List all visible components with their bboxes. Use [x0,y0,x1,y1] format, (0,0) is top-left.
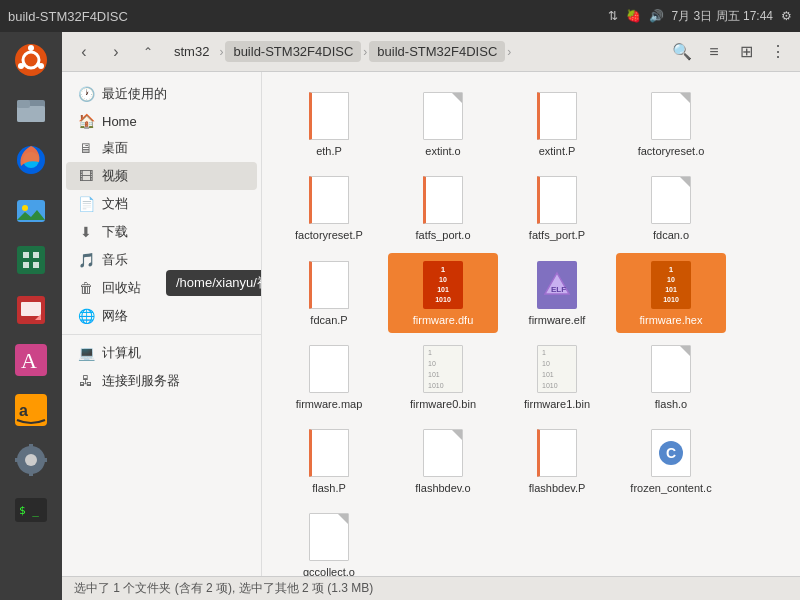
breadcrumb-sep1: › [219,45,223,59]
settings-icon[interactable]: ⚙ [781,9,792,23]
sidebar-item-server[interactable]: 🖧 连接到服务器 [66,367,257,395]
file-icon: 1 10 101 1010 [419,259,467,311]
system-tray: ⇅ 🍓 🔊 7月 3日 周五 17:44 ⚙ [608,8,792,25]
file-icon: C [647,427,695,479]
file-item[interactable]: flash.P [274,421,384,501]
svg-rect-7 [17,100,30,108]
raspberry-icon: 🍓 [626,9,641,23]
toolbar: ‹ › ⌃ stm32 › build-STM32F4DISC › build-… [62,32,800,72]
file-item[interactable]: flashbdev.o [388,421,498,501]
back-button[interactable]: ‹ [70,38,98,66]
forward-button[interactable]: › [102,38,130,66]
bin-file-icon: 1 10 101 1010 [423,345,463,393]
dock-settings[interactable] [7,436,55,484]
grid-view-button[interactable]: ⊞ [732,38,760,66]
breadcrumb: stm32 › build-STM32F4DISC › build-STM32F… [166,41,664,62]
elf-file-icon: ELF [537,261,577,309]
svg-rect-29 [40,458,47,462]
file-item[interactable]: flash.o [616,337,726,417]
file-manager: ‹ › ⌃ stm32 › build-STM32F4DISC › build-… [62,32,800,600]
file-label: fatfs_port.o [415,228,470,242]
p-file-icon [309,261,349,309]
file-label: flashbdev.P [529,481,586,495]
file-item-firmware-elf[interactable]: ELF firmware.elf [502,253,612,333]
sidebar-item-trash[interactable]: 🗑 回收站 [66,274,257,302]
file-icon [305,259,353,311]
file-label: fdcan.o [653,228,689,242]
file-label: firmware1.bin [524,397,590,411]
file-item-firmware-hex[interactable]: 1 10 101 1010 firmware.hex [616,253,726,333]
p-file-icon [537,176,577,224]
p-file-icon [537,92,577,140]
file-item[interactable]: firmware.map [274,337,384,417]
sidebar-label-docs: 文档 [102,195,128,213]
sidebar-item-home[interactable]: 🏠 Home [66,108,257,134]
file-icon [419,174,467,226]
file-icon [647,90,695,142]
o-file-icon [651,345,691,393]
toolbar-right: 🔍 ≡ ⊞ ⋮ [668,38,792,66]
file-item[interactable]: fatfs_port.P [502,168,612,248]
file-item[interactable]: eth.P [274,84,384,164]
svg-point-11 [22,205,28,211]
file-label: firmware0.bin [410,397,476,411]
file-label: flash.o [655,397,687,411]
dock-firefox[interactable] [7,136,55,184]
video-icon: 🎞 [78,168,94,184]
sidebar-item-video[interactable]: 🎞 视频 /home/xianyu/视频 [66,162,257,190]
file-item[interactable]: fdcan.o [616,168,726,248]
file-item[interactable]: 1 10 101 1010 firmware1.bin [502,337,612,417]
svg-rect-15 [23,262,29,268]
svg-rect-26 [29,444,33,451]
dock-photos[interactable] [7,186,55,234]
dock-impress[interactable] [7,286,55,334]
status-text: 选中了 1 个文件夹 (含有 2 项), 选中了其他 2 项 (1.3 MB) [74,580,373,597]
file-grid: eth.P extint.o extint.P [262,72,800,576]
file-item[interactable]: gccollect.o [274,505,384,576]
sidebar-item-computer[interactable]: 💻 计算机 [66,339,257,367]
sidebar-item-desktop[interactable]: 🖥 桌面 [66,134,257,162]
menu-button[interactable]: ⋮ [764,38,792,66]
file-label: extint.o [425,144,460,158]
file-item[interactable]: 1 10 101 1010 firmware0.bin [388,337,498,417]
sidebar-label-home: Home [102,114,137,129]
sidebar-item-recent[interactable]: 🕐 最近使用的 [66,80,257,108]
file-item[interactable]: extint.o [388,84,498,164]
search-button[interactable]: 🔍 [668,38,696,66]
sidebar-item-network[interactable]: 🌐 网络 [66,302,257,330]
file-icon: ELF [533,259,581,311]
dock-calc[interactable] [7,236,55,284]
up-button[interactable]: ⌃ [134,38,162,66]
sidebar-item-docs[interactable]: 📄 文档 [66,190,257,218]
file-item[interactable]: fatfs_port.o [388,168,498,248]
sidebar-item-download[interactable]: ⬇ 下载 [66,218,257,246]
dock-font[interactable]: A [7,336,55,384]
file-item[interactable]: fdcan.P [274,253,384,333]
main-layout: A a $ _ ‹ › ⌃ stm32 › build-STM32F4DISC … [0,32,800,600]
dock-ubuntu[interactable] [7,36,55,84]
svg-text:$ _: $ _ [19,504,39,517]
hex-file-icon: 1 10 101 1010 [651,261,691,309]
o-file-icon [309,513,349,561]
sidebar-item-music[interactable]: 🎵 音乐 [66,246,257,274]
dock-files[interactable] [7,86,55,134]
list-view-button[interactable]: ≡ [700,38,728,66]
breadcrumb-build1[interactable]: build-STM32F4DISC [225,41,361,62]
dock-terminal[interactable]: $ _ [7,486,55,534]
file-item-firmware-dfu[interactable]: 1 10 101 1010 firmware.dfu [388,253,498,333]
sidebar-label-recent: 最近使用的 [102,85,167,103]
file-icon [305,511,353,563]
desktop-icon: 🖥 [78,140,94,156]
breadcrumb-build2[interactable]: build-STM32F4DISC [369,41,505,62]
file-item[interactable]: factoryreset.P [274,168,384,248]
file-item[interactable]: flashbdev.P [502,421,612,501]
file-item[interactable]: C frozen_content.c [616,421,726,501]
dock-amazon[interactable]: a [7,386,55,434]
sidebar-divider [62,334,261,335]
breadcrumb-sep2: › [363,45,367,59]
svg-point-25 [25,454,37,466]
file-item[interactable]: factoryreset.o [616,84,726,164]
breadcrumb-stm32[interactable]: stm32 [166,41,217,62]
file-item[interactable]: extint.P [502,84,612,164]
p-file-icon [423,176,463,224]
